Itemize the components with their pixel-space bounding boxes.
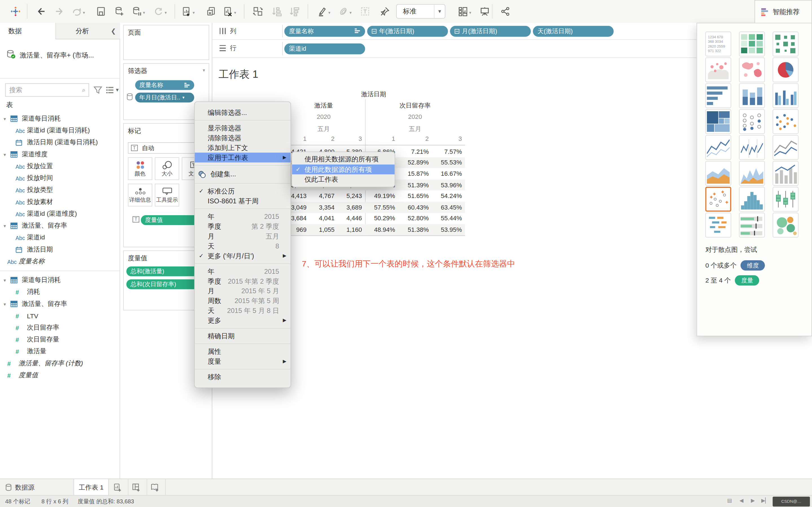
group-dropdown-icon[interactable]: ▾: [350, 10, 352, 15]
symbol-map-icon[interactable]: [705, 57, 731, 82]
field-投放时间[interactable]: Abc投放时间: [0, 172, 120, 184]
rows-shelf[interactable]: 行 渠道id: [212, 40, 696, 58]
menu-item-更多[interactable]: 更多▶: [195, 316, 291, 325]
columns-pill-月(激活日期)[interactable]: 月(激活日期): [450, 26, 531, 37]
show-mark-labels-button[interactable]: [360, 6, 370, 17]
clear-sheet-button[interactable]: [223, 6, 233, 17]
discrete-area-icon[interactable]: [739, 161, 765, 186]
columns-pill-度量名称[interactable]: 度量名称: [284, 26, 365, 37]
stacked-bars-icon[interactable]: [739, 83, 765, 108]
menu-item-天[interactable]: 天2015 年 5 月 8 日: [195, 306, 291, 316]
new-data-source-button[interactable]: [114, 6, 124, 17]
field-度量名称[interactable]: Abc度量名称: [0, 256, 120, 267]
field-激活量、留存率[interactable]: ▾激活量、留存率: [0, 220, 120, 232]
forward-button[interactable]: [54, 6, 64, 17]
menu-item-年[interactable]: 年2015: [195, 267, 291, 276]
size-button[interactable]: 大小: [155, 157, 179, 180]
show-hide-cards-button[interactable]: [458, 6, 468, 17]
search-input[interactable]: [6, 86, 82, 94]
expand-caret-icon[interactable]: ▾: [4, 152, 10, 157]
continuous-lines-icon[interactable]: [705, 135, 731, 160]
menu-item-编辑筛选器...[interactable]: 编辑筛选器...: [195, 108, 291, 117]
collapse-pane-icon[interactable]: ❮: [111, 23, 116, 40]
field-渠道id[interactable]: Abc渠道id: [0, 232, 120, 244]
field-投放素材[interactable]: Abc投放素材: [0, 196, 120, 208]
field-次日留存量[interactable]: #次日留存量: [0, 334, 120, 346]
field-次日留存率[interactable]: #次日留存率: [0, 322, 120, 334]
highlight-dropdown-icon[interactable]: ▾: [328, 10, 330, 15]
field-投放类型[interactable]: Abc投放类型: [0, 184, 120, 196]
table-row[interactable]: 3,0493,3543,68957.55%60.43%63.45%: [282, 202, 465, 213]
field-渠道每日消耗[interactable]: ▾渠道每日消耗: [0, 113, 120, 124]
menu-item-精确日期[interactable]: 精确日期: [195, 331, 291, 341]
expand-caret-icon[interactable]: ▾: [4, 116, 10, 121]
gantt-icon[interactable]: [705, 213, 731, 237]
sort-descending-button[interactable]: [289, 6, 299, 17]
clear-sheet-dropdown-icon[interactable]: ▾: [234, 10, 236, 15]
presentation-mode-button[interactable]: [479, 6, 490, 17]
field-度量值[interactable]: #度量值: [0, 369, 120, 381]
collapse-minus-icon[interactable]: [372, 29, 377, 34]
filmstrip-icon[interactable]: ▤: [727, 498, 732, 503]
table-row[interactable]: 4,4134,7675,24349.19%51.65%54.24%: [282, 191, 465, 202]
field-渠道维度[interactable]: ▾渠道维度: [0, 149, 120, 160]
save-button[interactable]: [96, 6, 106, 17]
dual-lines-icon[interactable]: [772, 135, 799, 160]
highlight-button[interactable]: [317, 6, 327, 17]
menu-item-显示筛选器[interactable]: 显示筛选器: [195, 123, 291, 133]
field-投放位置[interactable]: Abc投放位置: [0, 160, 120, 172]
filter-pill-date[interactable]: 年月日(激活日.. ▾: [135, 93, 194, 103]
box-and-whisker-icon[interactable]: [772, 187, 799, 212]
filter-pill-measure-names[interactable]: 度量名称: [135, 80, 194, 90]
cards-dropdown-icon[interactable]: ▾: [469, 10, 471, 15]
columns-shelf[interactable]: 列 度量名称年(激活日期)月(激活日期)天(激活日期): [212, 23, 696, 40]
columns-pill-天(激活日期)[interactable]: 天(激活日期): [533, 26, 614, 37]
heat-map-icon[interactable]: [772, 32, 799, 56]
menu-item-更多 ('年/月/日')[interactable]: ✓更多 ('年/月/日')▶: [195, 251, 291, 261]
show-me-button[interactable]: 智能推荐: [755, 0, 812, 23]
group-members-button[interactable]: [338, 6, 349, 17]
refresh-button[interactable]: [153, 6, 164, 17]
expand-caret-icon[interactable]: ▾: [4, 223, 10, 228]
new-story-button[interactable]: [151, 483, 159, 492]
field-消耗[interactable]: #消耗: [0, 286, 120, 298]
fit-selector[interactable]: 标准 ▼: [396, 4, 445, 18]
text-table-icon[interactable]: 1234 678368 30342620 2559971 322: [705, 32, 731, 56]
menu-item-年[interactable]: 年2015: [195, 212, 291, 221]
tab-worksheet-1[interactable]: 工作表 1: [73, 479, 109, 496]
menu-item-添加到上下文[interactable]: 添加到上下文: [195, 143, 291, 153]
submenu-item-使用相关数据源的所有项[interactable]: 使用相关数据源的所有项: [292, 154, 395, 164]
field-激活量[interactable]: #激活量: [0, 346, 120, 357]
search-box[interactable]: ⌕: [5, 83, 89, 97]
filters-card-menu-icon[interactable]: ▾: [203, 68, 205, 73]
menu-item-天[interactable]: 天8: [195, 241, 291, 251]
expand-caret-icon[interactable]: ▾: [4, 301, 10, 306]
menu-item-属性[interactable]: 属性: [195, 347, 291, 356]
collapse-minus-icon[interactable]: [455, 29, 460, 34]
tab-data[interactable]: 数据: [0, 23, 56, 40]
side-by-side-circles-icon[interactable]: [772, 109, 799, 134]
highlight-table-icon[interactable]: [739, 32, 765, 56]
menu-item-度量[interactable]: 度量▶: [195, 356, 291, 367]
filled-map-icon[interactable]: [739, 57, 765, 82]
field-激活日期 (渠道每日消耗)[interactable]: 激活日期 (渠道每日消耗): [0, 136, 120, 149]
table-row[interactable]: 3,6844,0414,44650.29%52.80%55.44%: [282, 213, 465, 224]
back-button[interactable]: [36, 6, 47, 17]
menu-item-周数[interactable]: 周数2015 年第 5 周: [195, 296, 291, 306]
expand-caret-icon[interactable]: ▾: [4, 277, 10, 283]
duplicate-sheet-button[interactable]: [206, 6, 216, 17]
menu-item-季度[interactable]: 季度第 2 季度: [195, 221, 291, 231]
tooltip-button[interactable]: 工具提示: [155, 184, 179, 207]
field-激活量、留存率 (计数)[interactable]: #激活量、留存率 (计数): [0, 357, 120, 369]
packed-bubbles-icon[interactable]: [772, 213, 799, 237]
histogram-icon[interactable]: [739, 187, 765, 212]
pause-updates-dropdown-icon[interactable]: ▾: [143, 10, 145, 15]
menu-item-月[interactable]: 月2015 年 5 月: [195, 286, 291, 296]
datasource-row[interactable]: 激活量、留存率+ (市场...: [0, 49, 120, 63]
new-dashboard-button[interactable]: [132, 483, 141, 492]
field-LTV[interactable]: #LTV: [0, 310, 120, 322]
scatter-plot-icon[interactable]: [705, 187, 731, 212]
menu-item-创建集...[interactable]: 创建集...: [195, 168, 291, 180]
treemap-icon[interactable]: [705, 109, 731, 134]
menu-item-ISO-8601 基于周[interactable]: ISO-8601 基于周: [195, 196, 291, 206]
